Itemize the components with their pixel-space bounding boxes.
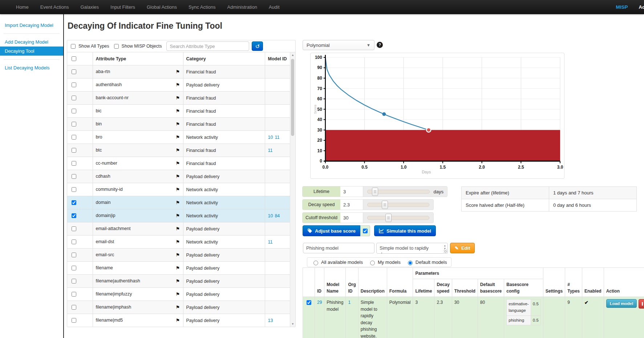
flag-icon[interactable]: ⚑ <box>176 239 180 245</box>
attribute-row-checkbox[interactable] <box>72 213 76 218</box>
flag-icon[interactable]: ⚑ <box>176 161 180 166</box>
sidebar-item-list-decaying-models[interactable]: List Decaying Models <box>0 63 63 72</box>
model-description-textarea[interactable]: Simple model to rapidly decay <box>376 243 448 254</box>
search-input[interactable] <box>166 41 249 51</box>
flag-icon[interactable]: ⚑ <box>176 95 180 101</box>
scroll-down-icon[interactable]: ▼ <box>290 321 295 327</box>
attribute-row-checkbox[interactable] <box>72 135 76 140</box>
attribute-row-checkbox[interactable] <box>72 148 76 153</box>
flag-icon[interactable]: ⚑ <box>176 148 180 153</box>
radio-default-models[interactable]: Default models <box>406 259 447 265</box>
flag-icon[interactable]: ⚑ <box>176 121 180 127</box>
nav-misp-link[interactable]: MISP <box>616 4 628 10</box>
sidebar-item-decaying-tool[interactable]: Decaying Tool <box>0 47 63 56</box>
org-id-link[interactable]: 1 <box>348 300 351 305</box>
slider-handle[interactable] <box>382 201 388 209</box>
formula-select[interactable]: Polynomial ▼ <box>303 40 374 50</box>
flag-icon[interactable]: ⚑ <box>176 318 180 323</box>
slider-value-input[interactable]: 2.3 <box>340 200 363 210</box>
nav-item-administration[interactable]: Administration <box>222 0 263 14</box>
nav-user-menu[interactable]: Admin <box>639 4 644 10</box>
attribute-row-checkbox[interactable] <box>72 174 76 179</box>
model-id-link[interactable]: 11 <box>268 240 273 245</box>
slider-track[interactable] <box>367 203 429 207</box>
nav-item-galaxies[interactable]: Galaxies <box>74 0 105 14</box>
simulate-model-button[interactable]: Simulate this model <box>374 225 436 236</box>
radio-input-my-models[interactable] <box>370 261 375 265</box>
slider-value-input[interactable]: 3 <box>340 186 363 197</box>
flag-icon[interactable]: ⚑ <box>176 305 180 310</box>
radio-my-models[interactable]: My models <box>368 259 401 265</box>
select-all-checkbox[interactable] <box>72 56 76 61</box>
attribute-row-checkbox[interactable] <box>72 240 76 244</box>
flag-icon[interactable]: ⚑ <box>176 278 180 284</box>
flag-icon[interactable]: ⚑ <box>176 108 180 114</box>
attribute-row-checkbox[interactable] <box>72 226 76 231</box>
nav-item-sync-actions[interactable]: Sync Actions <box>183 0 221 14</box>
attribute-row-checkbox[interactable] <box>72 69 76 74</box>
attribute-row-checkbox[interactable] <box>72 266 76 270</box>
show-misp-objects-checkbox[interactable] <box>114 44 119 49</box>
flag-icon[interactable]: ⚑ <box>176 200 180 205</box>
model-id-link[interactable]: 11 <box>275 135 279 140</box>
help-icon[interactable]: ? <box>377 42 383 48</box>
textarea-scroll-arrows[interactable]: ▲▼ <box>444 244 446 250</box>
flag-icon[interactable]: ⚑ <box>176 134 180 140</box>
attribute-row-checkbox[interactable] <box>72 253 76 257</box>
refresh-button[interactable]: ↺ <box>252 41 263 51</box>
slider-track[interactable] <box>367 216 429 220</box>
slider-track[interactable] <box>367 190 430 194</box>
pause-model-button[interactable] <box>639 299 644 309</box>
flag-icon[interactable]: ⚑ <box>176 213 180 218</box>
flag-icon[interactable]: ⚑ <box>176 265 180 271</box>
model-id-link[interactable]: 13 <box>268 318 273 323</box>
radio-input-default-models[interactable] <box>408 261 413 265</box>
nav-item-home[interactable]: Home <box>10 0 35 14</box>
attribute-row-checkbox[interactable] <box>72 187 76 192</box>
attribute-row-checkbox[interactable] <box>72 318 76 323</box>
model-id-link[interactable]: 29 <box>317 300 322 305</box>
attribute-row-checkbox[interactable] <box>72 161 76 166</box>
attribute-row-checkbox[interactable] <box>72 279 76 283</box>
attribute-table-scrollbar[interactable]: ▲ ▼ <box>290 52 295 327</box>
flag-icon[interactable]: ⚑ <box>176 291 180 297</box>
radio-all-available-models[interactable]: All available models <box>312 259 363 265</box>
attribute-row-checkbox[interactable] <box>72 200 76 205</box>
flag-icon[interactable]: ⚑ <box>176 252 180 258</box>
adjust-base-score-button[interactable]: Adjust base score <box>303 225 360 236</box>
sidebar-item-add-decaying-model[interactable]: Add Decaying Model <box>0 37 63 47</box>
attribute-row-checkbox[interactable] <box>72 122 76 126</box>
edit-model-button[interactable]: ✎ Edit <box>450 243 475 253</box>
attribute-row-checkbox[interactable] <box>72 292 76 297</box>
attribute-row-checkbox[interactable] <box>72 83 76 87</box>
textarea-resize-grip[interactable] <box>444 250 447 253</box>
flag-icon[interactable]: ⚑ <box>176 187 180 192</box>
show-misp-objects-label[interactable]: Show MISP Objects <box>113 43 162 50</box>
show-all-types-label[interactable]: Show All Types <box>69 43 109 50</box>
flag-icon[interactable]: ⚑ <box>176 82 180 88</box>
model-id-link[interactable]: 84 <box>275 213 280 218</box>
slider-handle[interactable] <box>385 214 392 222</box>
model-id-link[interactable]: 10 <box>268 213 273 218</box>
load-model-button[interactable]: Load model <box>606 299 637 308</box>
nav-item-event-actions[interactable]: Event Actions <box>35 0 75 14</box>
model-id-link[interactable]: 11 <box>268 148 273 153</box>
slider-handle[interactable] <box>372 188 378 196</box>
slider-value-input[interactable]: 30 <box>340 213 363 223</box>
nav-item-input-filters[interactable]: Input Filters <box>105 0 141 14</box>
show-all-types-checkbox[interactable] <box>71 44 76 49</box>
model-name-input[interactable] <box>303 243 374 253</box>
model-row-checkbox[interactable] <box>307 300 311 305</box>
radio-input-all-available-models[interactable] <box>313 261 318 265</box>
scroll-up-icon[interactable]: ▲ <box>290 52 295 58</box>
sidebar-item-import-decaying-model[interactable]: Import Decaying Model <box>0 21 63 30</box>
attribute-row-checkbox[interactable] <box>72 305 76 310</box>
scrollbar-thumb[interactable] <box>291 59 294 136</box>
adjust-base-score-checkbox[interactable] <box>363 229 368 233</box>
flag-icon[interactable]: ⚑ <box>176 174 180 179</box>
attribute-row-checkbox[interactable] <box>72 96 76 100</box>
attribute-row-checkbox[interactable] <box>72 109 76 113</box>
nav-item-audit[interactable]: Audit <box>263 0 285 14</box>
flag-icon[interactable]: ⚑ <box>176 69 180 75</box>
model-id-link[interactable]: 10 <box>268 135 273 140</box>
